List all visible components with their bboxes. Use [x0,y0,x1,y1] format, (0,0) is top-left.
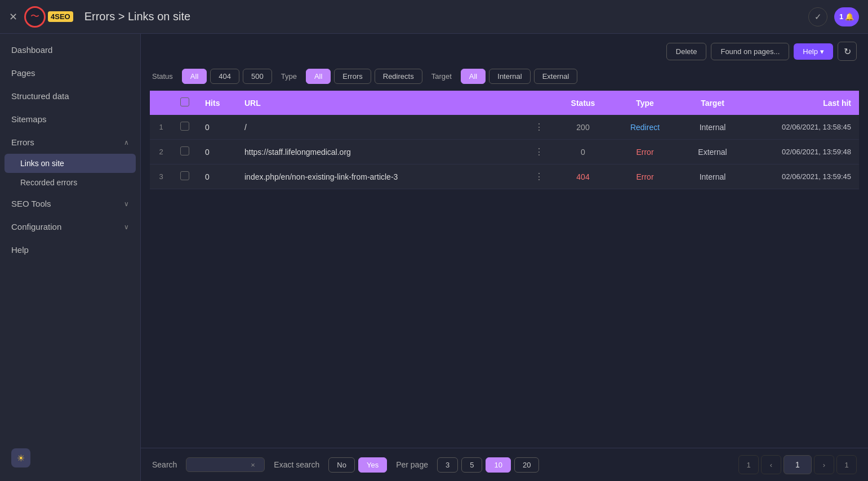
filter-bar: Status All 404 500 Type All Errors Redir… [141,69,868,91]
theme-toggle-button[interactable]: ☀ [11,448,30,467]
status-filter-404[interactable]: 404 [210,69,239,84]
pagination: 1 ‹ 1 › 1 [738,455,857,474]
row-1-last-hit: 02/06/2021, 13:58:45 [746,115,859,140]
type-filter-redirects[interactable]: Redirects [375,69,422,84]
row-2-type: Error [611,140,679,164]
page-first-label: 1 [746,461,750,469]
sidebar-item-errors[interactable]: Errors ∧ [0,131,140,154]
sun-icon: ☀ [17,453,25,464]
logo-text: 4SEO [48,11,73,22]
row-2-target: External [679,140,746,164]
per-page-5[interactable]: 5 [461,457,482,473]
page-title: Errors > Links on site [84,10,190,23]
page-current-number: 1 [795,460,800,469]
col-url: URL [237,91,523,115]
target-filter-external[interactable]: External [534,69,578,84]
target-filter-internal[interactable]: Internal [489,69,530,84]
row-3-type: Error [611,164,679,189]
chevron-left-icon: ‹ [770,461,772,469]
help-button[interactable]: Help ▾ [794,43,833,60]
toolbar: Delete Found on pages... Help ▾ ↻ [141,34,868,69]
sidebar-label-structured-data: Structured data [11,91,69,101]
sidebar-item-pages[interactable]: Pages [0,61,140,84]
row-3-menu[interactable]: ⋮ [523,164,555,189]
sidebar-item-help[interactable]: Help [0,238,140,261]
delete-button[interactable]: Delete [666,43,707,60]
type-filter-group: All Errors Redirects [306,69,422,84]
links-table: Hits URL Status Type Target Last hit 1 [150,91,859,189]
type-filter-label: Type [281,72,297,81]
refresh-button[interactable]: ↻ [838,42,857,61]
per-page-20[interactable]: 20 [514,457,539,473]
search-input[interactable] [191,460,247,469]
row-2-menu[interactable]: ⋮ [523,140,555,164]
notification-button[interactable]: 1 🔔 [834,7,859,26]
row-2-last-hit: 02/06/2021, 13:59:48 [746,140,859,164]
col-hits: Hits [197,91,237,115]
exact-search-label: Exact search [274,460,319,469]
status-filter-label: Status [152,72,173,81]
row-3-checkbox[interactable] [180,171,189,180]
check-icon-button[interactable]: ✓ [808,7,827,26]
row-2-num: 2 [150,140,172,164]
page-current-display: 1 [784,455,812,474]
sidebar-item-seo-tools[interactable]: SEO Tools ∨ [0,192,140,215]
col-status: Status [555,91,611,115]
row-2-menu-icon[interactable]: ⋮ [531,147,547,157]
row-2-checkbox[interactable] [180,146,189,155]
exact-search-group: No Yes [328,457,387,473]
sidebar-item-recorded-errors[interactable]: Recorded errors [0,173,140,192]
row-2-checkbox-cell [172,140,197,164]
close-button[interactable]: ✕ [9,11,17,23]
row-1-menu[interactable]: ⋮ [523,115,555,140]
row-1-status: 200 [555,115,611,140]
page-first-button[interactable]: 1 [738,455,759,474]
col-checkbox [172,91,197,115]
page-last-button[interactable]: 1 [836,455,857,474]
header-checkbox[interactable] [180,97,189,106]
type-filter-all[interactable]: All [306,69,331,84]
sidebar-label-configuration: Configuration [11,222,61,231]
search-clear-icon[interactable]: × [251,461,255,469]
chevron-down-icon-seo: ∨ [124,200,129,208]
col-type: Type [611,91,679,115]
sidebar-item-configuration[interactable]: Configuration ∨ [0,215,140,238]
sidebar-label-seo-tools: SEO Tools [11,199,51,208]
exact-no-button[interactable]: No [328,457,355,473]
page-next-button[interactable]: › [814,455,834,474]
row-1-checkbox[interactable] [180,122,189,131]
search-label: Search [152,460,177,469]
sidebar-item-structured-data[interactable]: Structured data [0,84,140,108]
row-2-status: 0 [555,140,611,164]
status-filter-500[interactable]: 500 [243,69,272,84]
sidebar-item-dashboard[interactable]: Dashboard [0,38,140,61]
per-page-10[interactable]: 10 [486,457,510,473]
col-target: Target [679,91,746,115]
type-filter-errors[interactable]: Errors [334,69,371,84]
row-3-menu-icon[interactable]: ⋮ [531,172,547,181]
help-label: Help [803,47,818,56]
table-container: Hits URL Status Type Target Last hit 1 [150,91,859,448]
logo: 〜 4SEO [24,6,73,28]
table-header-row: Hits URL Status Type Target Last hit [150,91,859,115]
found-on-pages-button[interactable]: Found on pages... [711,43,789,60]
chevron-up-icon: ∧ [124,139,129,146]
sidebar-item-sitemaps[interactable]: Sitemaps [0,108,140,131]
row-1-menu-icon[interactable]: ⋮ [531,122,547,132]
status-filter-all[interactable]: All [182,69,207,84]
row-3-checkbox-cell [172,164,197,189]
logo-circle: 〜 [24,6,46,28]
exact-yes-button[interactable]: Yes [358,457,387,473]
row-3-status: 404 [555,164,611,189]
sidebar: Dashboard Pages Structured data Sitemaps… [0,34,141,481]
sidebar-item-links-on-site[interactable]: Links on site [5,154,136,173]
per-page-3[interactable]: 3 [437,457,458,473]
status-filter-group: All 404 500 [182,69,272,84]
page-prev-button[interactable]: ‹ [761,455,781,474]
row-1-target: Internal [679,115,746,140]
chevron-down-icon-config: ∨ [124,223,129,231]
target-filter-all[interactable]: All [461,69,486,84]
table-row: 3 0 index.php/en/non-existing-link-from-… [150,164,859,189]
table-body: 1 0 / ⋮ 200 Redirect Internal 02/06/2021… [150,115,859,189]
row-1-url: / [237,115,523,140]
